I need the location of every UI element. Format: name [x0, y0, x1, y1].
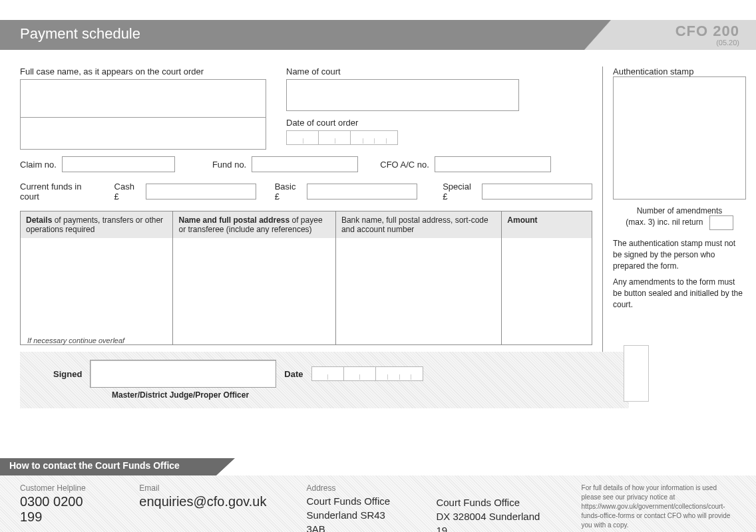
current-funds-label: Current funds in court: [20, 182, 99, 201]
table-body[interactable]: [21, 238, 592, 344]
signature-block: Signed Date Master/District Judge/Proper…: [20, 352, 629, 408]
special-label: Special £: [443, 182, 476, 201]
page-title: Payment schedule: [0, 20, 584, 50]
header: Payment schedule CFO 200 (05.20): [0, 20, 756, 50]
address-2b: DX 328004 Sunderland 19: [436, 509, 541, 532]
privacy-notice: For full details of how your information…: [582, 483, 736, 532]
amendments-row: Number of amendments (max. 3) inc. nil r…: [613, 206, 746, 230]
cfo-ac-input[interactable]: [435, 156, 551, 172]
fund-no-label: Fund no.: [212, 160, 246, 170]
helpline-value: 0300 0200 199: [20, 494, 99, 525]
header-divider: [584, 20, 611, 50]
signed-label: Signed: [53, 369, 82, 379]
form-date: (05.20): [611, 39, 739, 47]
address-label: Address: [306, 483, 396, 493]
sign-date-input[interactable]: [311, 366, 423, 381]
special-input[interactable]: [482, 184, 592, 200]
date-order-input[interactable]: [286, 130, 519, 145]
signer-role: Master/District Judge/Proper Officer: [112, 390, 616, 400]
auth-note-1: The authentication stamp must not be sig…: [613, 238, 746, 271]
case-name-input-2[interactable]: [20, 118, 266, 150]
court-input[interactable]: [286, 79, 519, 111]
court-label: Name of court: [286, 66, 519, 76]
amendments-input[interactable]: [709, 215, 733, 230]
claim-no-label: Claim no.: [20, 160, 57, 170]
payments-table: Details of payments, transfers or other …: [20, 211, 592, 345]
date-order-label: Date of court order: [286, 118, 519, 128]
cash-input[interactable]: [146, 184, 256, 200]
date-label: Date: [284, 369, 303, 379]
email-value: enquiries@cfo.gov.uk: [139, 494, 266, 509]
footer: How to contact the Court Funds Office Cu…: [0, 458, 756, 532]
cash-label: Cash £: [114, 182, 140, 201]
helpline-label: Customer Helpline: [20, 483, 99, 493]
col-payee: Name and full postal address of payee or…: [173, 211, 335, 238]
col-details: Details of payments, transfers or other …: [21, 211, 173, 238]
auth-label: Authentication stamp: [613, 66, 693, 76]
case-name-input[interactable]: [20, 79, 266, 118]
address-1a: Court Funds Office: [306, 494, 396, 508]
auth-note-2: Any amendments to the form must be butto…: [613, 277, 746, 310]
auth-stamp-box[interactable]: [613, 76, 746, 200]
form-code: CFO 200: [675, 23, 739, 39]
col-bank: Bank name, full postal address, sort-cod…: [336, 211, 502, 238]
header-right: CFO 200 (05.20): [611, 20, 756, 50]
claim-no-input[interactable]: [62, 156, 175, 172]
address-2a: Court Funds Office: [436, 495, 541, 509]
col-amount: Amount: [502, 211, 592, 238]
side-box: [624, 345, 649, 402]
cfo-ac-label: CFO A/C no.: [380, 160, 429, 170]
basic-label: Basic £: [275, 182, 301, 201]
basic-input[interactable]: [307, 184, 417, 200]
case-name-label: Full case name, as it appears on the cou…: [20, 66, 266, 76]
address-1b: Sunderland SR43 3AB: [306, 508, 396, 532]
footer-head-divider: [216, 458, 235, 475]
footer-heading: How to contact the Court Funds Office: [0, 458, 216, 475]
signature-input[interactable]: [90, 360, 276, 388]
overleaf-note: If necessary continue overleaf: [24, 336, 128, 344]
fund-no-input[interactable]: [252, 156, 358, 172]
email-label: Email: [139, 483, 266, 493]
